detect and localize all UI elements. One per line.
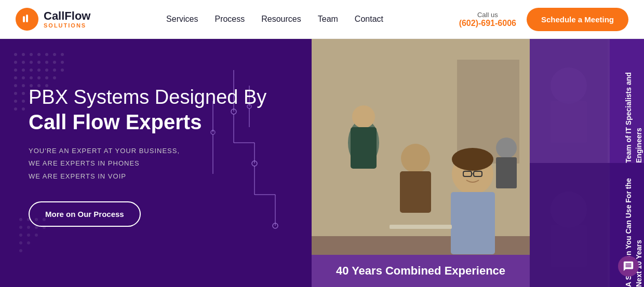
logo-icon xyxy=(16,8,38,31)
experience-text: 40 Years Combined Experience xyxy=(336,264,505,277)
svg-point-12 xyxy=(37,61,41,64)
photo-scene xyxy=(312,39,530,287)
svg-point-11 xyxy=(30,61,33,64)
hero-section: // Generate dots inline — skip, use SVG … xyxy=(0,39,644,287)
svg-point-25 xyxy=(30,76,33,79)
svg-point-6 xyxy=(45,53,48,56)
svg-point-21 xyxy=(53,69,56,72)
svg-rect-92 xyxy=(496,157,517,188)
svg-point-91 xyxy=(496,138,517,158)
photo-caption: 40 Years Combined Experience xyxy=(312,255,530,287)
svg-point-34 xyxy=(14,92,17,95)
side-panel-team: Team of IT Specialists and Engineers xyxy=(530,39,644,163)
svg-point-53 xyxy=(35,234,38,237)
nav-process[interactable]: Process xyxy=(214,15,245,24)
svg-point-2 xyxy=(14,53,17,56)
hero-subtitle-line2: WE ARE EXPERTS IN PHONES xyxy=(29,159,140,167)
svg-point-14 xyxy=(53,61,56,64)
header-right: Call us (602)-691-6006 Schedule a Meetin… xyxy=(459,8,628,31)
svg-point-29 xyxy=(14,84,17,87)
logo[interactable]: CallFlow SOLUTIONS xyxy=(16,8,90,31)
svg-point-90 xyxy=(452,148,493,171)
nav-contact[interactable]: Contact xyxy=(355,15,383,24)
svg-rect-1 xyxy=(26,15,28,22)
hero-title-light: PBX Systems Designed By xyxy=(29,86,266,110)
call-number: (602)-691-6006 xyxy=(459,19,516,28)
nav-team[interactable]: Team xyxy=(318,15,338,24)
svg-point-26 xyxy=(37,76,41,79)
svg-rect-82 xyxy=(351,127,377,169)
schedule-meeting-button[interactable]: Schedule a Meeting xyxy=(527,8,628,31)
svg-point-47 xyxy=(19,226,22,229)
svg-point-15 xyxy=(61,61,64,64)
hero-images: 40 Years Combined Experience Team of IT … xyxy=(312,39,644,287)
svg-point-9 xyxy=(14,61,17,64)
hero-subtitle-line1: YOU'RE AN EXPERT AT YOUR BUSINESS, xyxy=(29,147,180,155)
call-info: Call us (602)-691-6006 xyxy=(459,11,516,28)
svg-point-35 xyxy=(22,92,25,95)
svg-point-4 xyxy=(30,53,33,56)
svg-rect-84 xyxy=(400,171,431,213)
svg-point-17 xyxy=(22,69,25,72)
svg-point-38 xyxy=(14,100,17,103)
svg-rect-86 xyxy=(451,192,495,254)
hero-subtitle: YOU'RE AN EXPERT AT YOUR BUSINESS, WE AR… xyxy=(29,145,266,183)
svg-point-20 xyxy=(45,69,48,72)
svg-point-56 xyxy=(19,249,22,252)
svg-point-5 xyxy=(37,53,41,56)
panel1-label: Team of IT Specialists and Engineers xyxy=(618,39,644,163)
header: CallFlow SOLUTIONS Services Process Reso… xyxy=(0,0,644,39)
logo-text: CallFlow SOLUTIONS xyxy=(44,10,90,29)
svg-point-22 xyxy=(61,69,64,72)
svg-point-83 xyxy=(401,144,430,173)
svg-point-13 xyxy=(45,61,48,64)
svg-point-30 xyxy=(22,84,25,87)
svg-point-23 xyxy=(14,76,17,79)
nav-resources[interactable]: Resources xyxy=(261,15,301,24)
side-panels: Team of IT Specialists and Engineers A S… xyxy=(530,39,644,287)
svg-point-51 xyxy=(19,234,22,237)
main-nav: Services Process Resources Team Contact xyxy=(166,15,383,24)
hero-subtitle-line3: WE ARE EXPERTS IN VOIP xyxy=(29,172,126,180)
svg-point-42 xyxy=(22,107,25,111)
svg-point-27 xyxy=(45,76,48,79)
svg-point-43 xyxy=(19,218,22,221)
svg-point-52 xyxy=(27,234,30,237)
svg-point-18 xyxy=(30,69,33,72)
more-on-process-button[interactable]: More on Our Process xyxy=(29,201,141,227)
svg-point-8 xyxy=(61,53,64,56)
svg-rect-93 xyxy=(390,225,452,229)
svg-point-54 xyxy=(19,241,22,244)
svg-point-10 xyxy=(22,61,25,64)
nav-services[interactable]: Services xyxy=(166,15,198,24)
svg-point-41 xyxy=(14,107,17,111)
svg-point-19 xyxy=(37,69,41,72)
svg-point-39 xyxy=(22,100,25,103)
svg-rect-0 xyxy=(23,16,25,22)
svg-point-24 xyxy=(22,76,25,79)
hero-content: PBX Systems Designed By Call Flow Expert… xyxy=(29,86,266,227)
svg-point-28 xyxy=(53,76,56,79)
call-label: Call us xyxy=(459,11,516,19)
svg-point-81 xyxy=(352,105,375,128)
hero-title-bold: Call Flow Experts xyxy=(29,110,266,134)
svg-point-7 xyxy=(53,53,56,56)
svg-point-3 xyxy=(22,53,25,56)
svg-point-16 xyxy=(14,69,17,72)
logo-tagline: SOLUTIONS xyxy=(44,22,90,29)
team-photo: 40 Years Combined Experience xyxy=(312,39,530,287)
svg-point-55 xyxy=(27,241,30,244)
logo-name: CallFlow xyxy=(44,10,90,22)
chat-button[interactable] xyxy=(618,256,639,277)
